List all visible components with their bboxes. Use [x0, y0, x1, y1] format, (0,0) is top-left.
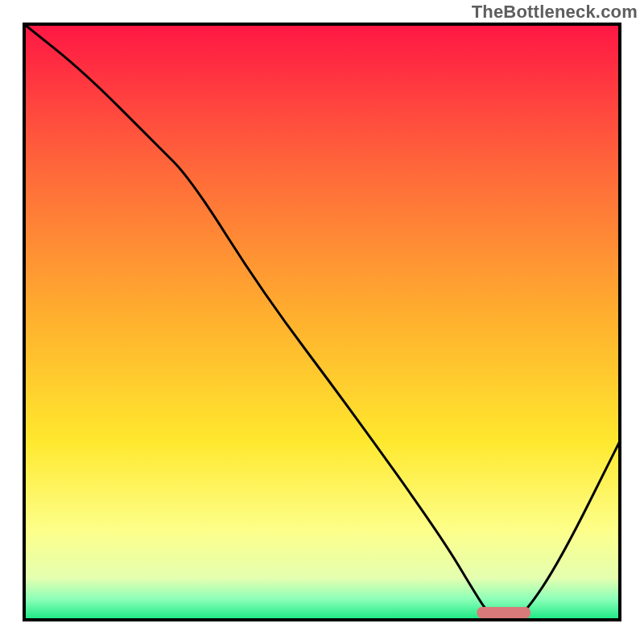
plot-background	[24, 24, 620, 620]
bottleneck-chart	[0, 0, 644, 644]
optimum-marker	[477, 607, 530, 618]
